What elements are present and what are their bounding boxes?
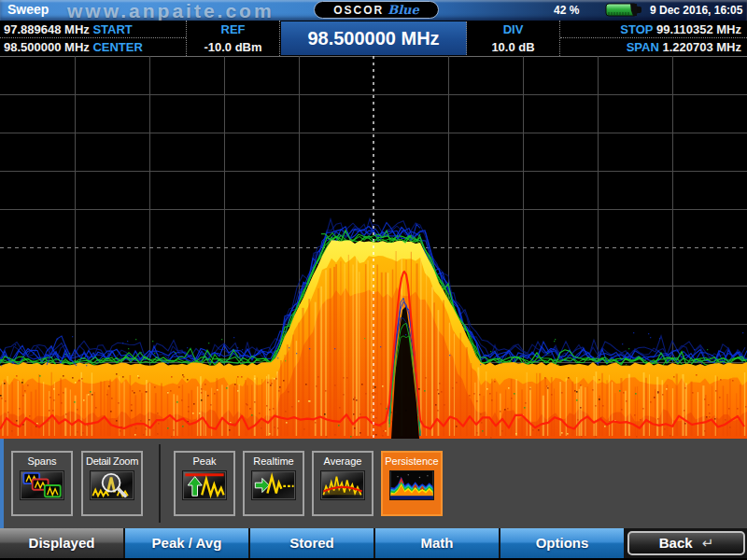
back-label: Back	[659, 535, 693, 551]
logo-accent: Blue	[388, 3, 419, 17]
realtime-button[interactable]: Realtime	[243, 451, 304, 516]
start-value: 97.889648 MHz	[4, 22, 90, 36]
peak-label: Peak	[176, 455, 233, 467]
persistence-label: Persistence	[383, 455, 441, 467]
start-center-readout: 97.889648 MHz START 98.500000 MHz CENTER	[0, 21, 187, 56]
oscor-logo: OSCOR Blue	[314, 1, 439, 19]
toolbar-divider	[159, 444, 161, 523]
div-label: DIV	[467, 21, 559, 38]
detail-zoom-label: Detail Zoom	[83, 455, 141, 467]
spans-label: Spans	[13, 455, 71, 467]
average-button[interactable]: Average	[312, 451, 374, 516]
spans-button[interactable]: Spans	[11, 451, 73, 516]
detail-zoom-icon	[90, 470, 134, 500]
spectrum-display[interactable]	[0, 56, 747, 439]
stop-span-readout: STOP 99.110352 MHz SPAN 1.220703 MHz	[560, 21, 747, 56]
datetime: 9 Dec 2016, 16:05	[650, 4, 742, 17]
tab-peak-avg[interactable]: Peak / Avg	[125, 528, 248, 558]
average-label: Average	[314, 455, 372, 467]
ref-value: -10.0 dBm	[187, 38, 279, 56]
mode-title: Sweep	[7, 2, 49, 17]
logo-text: OSCOR	[333, 4, 384, 17]
oscor-screen: Sweep www.anpaite.com OSCOR Blue 42 % 9 …	[0, 0, 747, 560]
bottom-menu: Displayed Peak / Avg Stored Math Options…	[0, 528, 747, 558]
ref-readout: REF -10.0 dBm	[187, 21, 280, 56]
detail-zoom-button[interactable]: Detail Zoom	[81, 451, 143, 516]
stop-value: 99.110352 MHz	[656, 22, 741, 36]
start-label: START	[92, 22, 132, 36]
spans-icon	[20, 470, 64, 500]
realtime-label: Realtime	[245, 455, 303, 467]
tab-math[interactable]: Math	[375, 528, 499, 558]
center-label: CENTER	[92, 40, 142, 54]
stop-row: STOP 99.110352 MHz	[560, 21, 747, 38]
top-bar: Sweep www.anpaite.com OSCOR Blue 42 % 9 …	[0, 0, 747, 21]
return-arrow-icon: ↵	[702, 535, 714, 551]
view-toolbar: Spans Detail Zoom	[0, 439, 747, 528]
back-button[interactable]: Back↵	[627, 531, 745, 555]
tab-options[interactable]: Options	[500, 528, 624, 558]
back-area: Back↵	[626, 528, 747, 558]
span-row: SPAN 1.220703 MHz	[560, 38, 747, 56]
tab-stored[interactable]: Stored	[250, 528, 374, 558]
div-value: 10.0 dB	[467, 38, 559, 56]
average-icon	[320, 470, 365, 500]
persistence-icon	[389, 470, 434, 500]
ref-label: REF	[187, 21, 279, 38]
realtime-icon	[251, 470, 296, 500]
stop-label: STOP	[620, 22, 653, 36]
span-value: 1.220703 MHz	[662, 40, 741, 54]
div-readout: DIV 10.0 dB	[467, 21, 560, 56]
battery-icon	[605, 2, 642, 18]
peak-button[interactable]: Peak	[174, 451, 235, 516]
persistence-button[interactable]: Persistence	[381, 451, 443, 516]
span-label: SPAN	[627, 40, 659, 54]
peak-icon	[182, 470, 227, 500]
parameter-bar: 97.889648 MHz START 98.500000 MHz CENTER…	[0, 21, 747, 56]
center-row: 98.500000 MHz CENTER	[0, 38, 186, 56]
center-value: 98.500000 MHz	[4, 40, 90, 54]
battery-percent: 42 %	[554, 4, 579, 17]
tab-displayed[interactable]: Displayed	[0, 528, 123, 558]
center-frequency-box[interactable]: 98.500000 MHz	[281, 21, 467, 55]
watermark: www.anpaite.com	[67, 0, 275, 22]
start-row: 97.889648 MHz START	[0, 21, 186, 38]
